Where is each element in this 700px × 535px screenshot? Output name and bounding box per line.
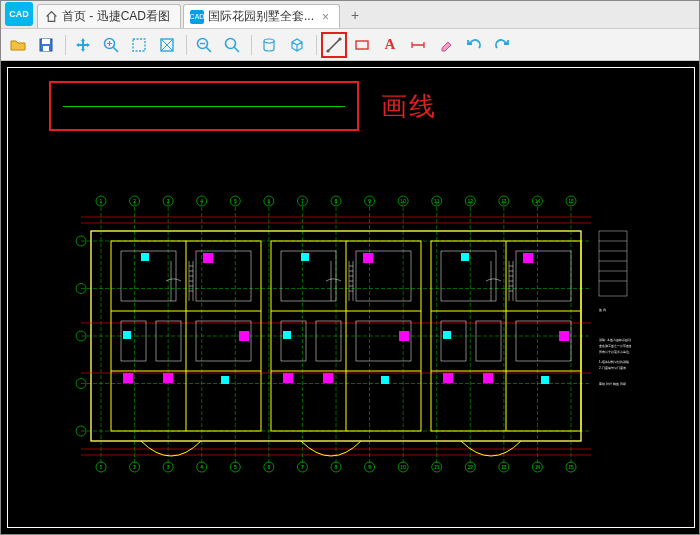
svg-rect-4 [133, 39, 145, 51]
separator [251, 35, 252, 55]
svg-text:4: 4 [200, 198, 203, 204]
separator [65, 35, 66, 55]
svg-rect-160 [441, 321, 466, 361]
separator [186, 35, 187, 55]
svg-text:12: 12 [468, 464, 474, 470]
cylinder-icon [260, 36, 278, 54]
svg-rect-116 [163, 373, 173, 383]
svg-rect-144 [381, 376, 389, 384]
undo-button[interactable] [461, 32, 487, 58]
svg-rect-1 [42, 39, 50, 44]
zoom-out-button[interactable] [191, 32, 217, 58]
svg-rect-120 [221, 376, 229, 384]
main-toolbar: A [1, 29, 699, 61]
svg-rect-119 [141, 253, 149, 261]
eraser-icon [437, 36, 455, 54]
open-button[interactable] [5, 32, 31, 58]
svg-text:图 例: 图 例 [599, 308, 606, 312]
separator [316, 35, 317, 55]
zoom-extent-button[interactable] [98, 32, 124, 58]
svg-text:2: 2 [133, 464, 136, 470]
line-tool-button[interactable] [321, 32, 347, 58]
tab-label: 国际花园别墅全套... [208, 8, 314, 25]
text-tool-button[interactable]: A [377, 32, 403, 58]
svg-text:10: 10 [400, 464, 406, 470]
svg-rect-112 [121, 321, 146, 361]
dimension-button[interactable] [405, 32, 431, 58]
svg-text:13: 13 [501, 464, 507, 470]
zoom-window-button[interactable] [126, 32, 152, 58]
new-tab-button[interactable]: + [344, 4, 366, 26]
svg-rect-142 [399, 331, 409, 341]
redo-icon [493, 36, 511, 54]
tab-file[interactable]: CAD 国际花园别墅全套... × [183, 4, 340, 28]
svg-rect-115 [123, 373, 133, 383]
floor-plan: 1122334455667788991010111112121313141415… [41, 141, 631, 521]
tab-bar: CAD 首页 - 迅捷CAD看图 CAD 国际花园别墅全套... × + [1, 1, 699, 29]
drawing-canvas[interactable]: 画线 1122334455667788991010111112121313141… [1, 61, 700, 534]
home-icon [44, 10, 58, 24]
svg-rect-163 [443, 373, 453, 383]
magnify-minus-icon [195, 36, 213, 54]
svg-text:11: 11 [434, 464, 440, 470]
svg-rect-165 [523, 253, 533, 263]
svg-text:2: 2 [133, 198, 136, 204]
svg-text:9: 9 [368, 464, 371, 470]
text-icon: A [385, 36, 396, 53]
svg-text:说明: 本图为国际花园别墅: 说明: 本图为国际花园别墅 [599, 338, 631, 342]
svg-text:5: 5 [234, 198, 237, 204]
pan-button[interactable] [70, 32, 96, 58]
cube-button[interactable] [284, 32, 310, 58]
svg-text:14: 14 [535, 464, 541, 470]
plus-icon: + [351, 7, 359, 23]
svg-text:14: 14 [535, 198, 541, 204]
view3d-button[interactable] [256, 32, 282, 58]
svg-text:4: 4 [200, 464, 203, 470]
svg-rect-118 [239, 331, 249, 341]
svg-text:8: 8 [335, 198, 338, 204]
annotation-box [49, 81, 359, 131]
svg-rect-161 [476, 321, 501, 361]
svg-text:6: 6 [267, 464, 270, 470]
fit-button[interactable] [154, 32, 180, 58]
svg-text:9: 9 [368, 198, 371, 204]
svg-text:1. 墙体材料见结构说明: 1. 墙体材料见结构说明 [599, 360, 629, 364]
svg-rect-169 [443, 331, 451, 339]
dimension-icon [409, 36, 427, 54]
rect-tool-button[interactable] [349, 32, 375, 58]
svg-rect-139 [283, 373, 293, 383]
svg-text:全套施工图之一层平面图，: 全套施工图之一层平面图， [599, 344, 631, 348]
svg-point-10 [326, 49, 329, 52]
svg-text:11: 11 [434, 198, 440, 204]
rect-icon [353, 36, 371, 54]
magnify-icon [223, 36, 241, 54]
magnify-plus-icon [102, 36, 120, 54]
redo-button[interactable] [489, 32, 515, 58]
svg-rect-2 [43, 46, 49, 51]
folder-open-icon [9, 36, 27, 54]
svg-text:3: 3 [167, 464, 170, 470]
svg-text:7: 7 [301, 198, 304, 204]
svg-text:13: 13 [501, 198, 507, 204]
svg-text:审核 设计 制图 日期: 审核 设计 制图 日期 [599, 382, 626, 386]
svg-rect-178 [599, 231, 627, 296]
svg-rect-167 [461, 253, 469, 261]
zoom-in-button[interactable] [219, 32, 245, 58]
svg-rect-113 [156, 321, 181, 361]
svg-text:2. 门窗编号见门窗表: 2. 门窗编号见门窗表 [599, 366, 626, 370]
move-icon [74, 36, 92, 54]
svg-rect-121 [123, 331, 131, 339]
svg-rect-117 [203, 253, 213, 263]
select-window-icon [130, 36, 148, 54]
svg-rect-141 [363, 253, 373, 263]
tab-home[interactable]: 首页 - 迅捷CAD看图 [37, 4, 181, 28]
svg-rect-140 [323, 373, 333, 383]
svg-rect-168 [541, 376, 549, 384]
eraser-button[interactable] [433, 32, 459, 58]
svg-rect-12 [356, 41, 368, 49]
save-button[interactable] [33, 32, 59, 58]
svg-rect-145 [283, 331, 291, 339]
svg-text:6: 6 [267, 198, 270, 204]
save-icon [37, 36, 55, 54]
close-icon[interactable]: × [322, 10, 329, 24]
